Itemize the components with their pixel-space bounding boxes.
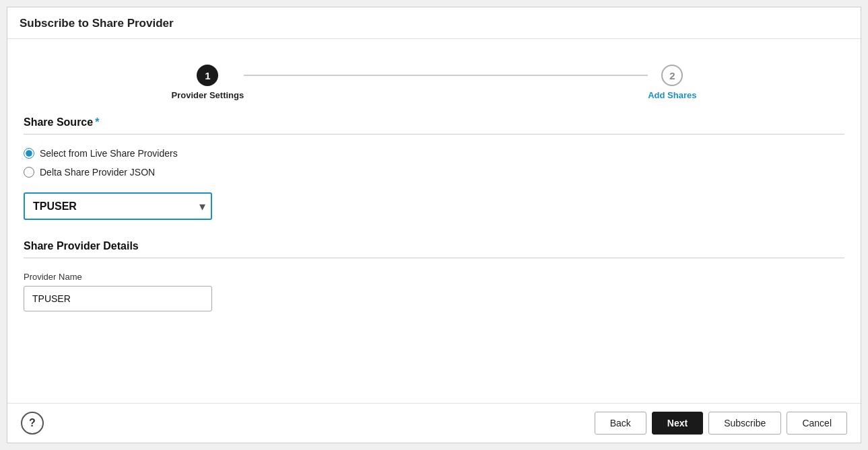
step1-label: Provider Settings	[172, 90, 244, 100]
subscribe-modal: Subscribe to Share Provider 1 Provider S…	[7, 7, 861, 443]
stepper-step1: 1 Provider Settings	[172, 65, 244, 100]
radio-live-share[interactable]: Select from Live Share Providers	[24, 148, 844, 159]
subscribe-button[interactable]: Subscribe	[708, 412, 781, 435]
radio-delta-share-label: Delta Share Provider JSON	[40, 167, 155, 178]
modal-header: Subscribe to Share Provider	[7, 7, 861, 39]
modal-body: 1 Provider Settings 2 Add Shares Share S…	[7, 39, 861, 443]
share-provider-details-divider	[24, 258, 844, 258]
help-button[interactable]: ?	[21, 412, 44, 435]
footer-right: Back Next Subscribe Cancel	[595, 412, 847, 435]
cancel-button[interactable]: Cancel	[787, 412, 847, 435]
share-source-heading: Share Source*	[24, 116, 844, 128]
footer-left: ?	[21, 412, 44, 435]
step1-circle: 1	[197, 65, 218, 86]
next-button[interactable]: Next	[652, 412, 703, 435]
stepper-line	[244, 75, 648, 76]
modal-footer: ? Back Next Subscribe Cancel	[7, 403, 861, 443]
provider-dropdown-wrapper: TPUSER ▾	[24, 192, 212, 220]
radio-delta-share[interactable]: Delta Share Provider JSON	[24, 167, 844, 178]
provider-name-label: Provider Name	[24, 272, 844, 282]
modal-title: Subscribe to Share Provider	[20, 17, 848, 30]
radio-live-share-label: Select from Live Share Providers	[40, 148, 178, 159]
back-button[interactable]: Back	[595, 412, 646, 435]
radio-delta-share-input[interactable]	[24, 167, 34, 178]
step2-circle: 2	[661, 65, 683, 86]
provider-dropdown[interactable]: TPUSER	[24, 192, 212, 220]
radio-group: Select from Live Share Providers Delta S…	[24, 148, 844, 178]
stepper: 1 Provider Settings 2 Add Shares	[24, 52, 844, 116]
stepper-step2: 2 Add Shares	[648, 65, 696, 100]
share-provider-details-heading: Share Provider Details	[24, 240, 844, 252]
provider-name-input[interactable]	[24, 286, 212, 311]
required-star: *	[95, 116, 99, 128]
radio-live-share-input[interactable]	[24, 148, 34, 159]
step2-label: Add Shares	[648, 90, 696, 100]
share-source-section: Share Source* Select from Live Share Pro…	[24, 116, 844, 220]
share-provider-details-section: Share Provider Details Provider Name	[24, 240, 844, 311]
share-source-divider	[24, 134, 844, 135]
